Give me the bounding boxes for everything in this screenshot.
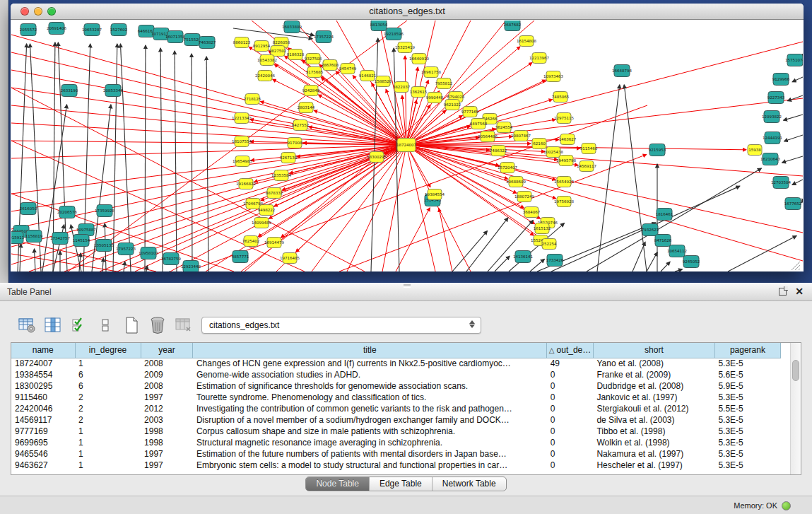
table-cell[interactable]: 1998 [141,426,193,437]
table-cell[interactable]: 5.3E-5 [714,392,780,403]
table-cell[interactable]: 1997 [141,460,193,471]
table-cell[interactable]: Hescheler et al. (1997) [593,460,714,471]
table-cell[interactable]: 2008 [141,358,193,369]
table-cell[interactable]: Tibbo et al. (1998) [593,426,714,437]
graph-edge[interactable] [675,269,682,271]
table-cell[interactable]: 5.3E-5 [714,414,780,426]
table-cell[interactable]: 1 [75,437,141,448]
graph-edge[interactable] [113,44,117,271]
table-cell[interactable]: Estimation of the future numbers of pati… [193,448,547,460]
table-cell[interactable]: 5.3E-5 [714,437,780,448]
tab-node-table[interactable]: Node Table [306,477,370,491]
table-row[interactable]: 911546021997Tourette syndrome. Phenomeno… [11,392,781,403]
column-header-pagerank[interactable]: pagerank [714,343,780,358]
table-cell[interactable]: Jankovic et al. (1997) [593,392,714,403]
table-cell[interactable]: Genome-wide association studies in ADHD. [193,369,547,380]
table-cell[interactable]: 9777169 [11,426,75,437]
table-cell[interactable]: 2009 [141,369,193,380]
select-all-icon[interactable] [69,315,89,335]
table-cell[interactable]: 1 [75,358,141,369]
column-header-year[interactable]: year [141,343,193,358]
table-cell[interactable]: Yano et al. (2008) [593,358,714,369]
table-cell[interactable]: 0 [547,414,594,426]
graph-edge[interactable] [647,252,657,271]
table-cell[interactable]: 1 [75,460,141,471]
graph-edge[interactable] [495,256,510,271]
node-table-grid[interactable]: namein_degreeyeartitle△out_de…shortpager… [11,343,781,471]
graph-edge[interactable] [175,51,177,271]
graph-edge[interactable] [801,201,803,203]
zoom-window-icon[interactable] [47,7,56,16]
column-header-title[interactable]: title [193,343,547,358]
table-cell[interactable]: Corpus callosum shape and size in male p… [193,426,547,437]
graph-edge[interactable] [406,21,506,145]
column-header-short[interactable]: short [593,343,714,358]
table-cell[interactable]: Wolkin et al. (1998) [593,437,714,448]
graph-edge[interactable] [145,45,146,271]
table-row[interactable]: 2242004622012Investigating the contribut… [11,403,781,414]
scrollbar-thumb[interactable] [792,360,799,381]
table-cell[interactable]: Nakamura et al. (1997) [593,448,714,460]
graph-edge[interactable] [406,145,435,271]
window-titlebar[interactable]: citations_edges.txt [11,4,804,20]
table-cell[interactable]: Changes of HCN gene expression and I(f) … [193,358,547,369]
tab-network-table[interactable]: Network Table [433,477,506,491]
table-cell[interactable]: Structural magnetic resonance image aver… [193,437,547,448]
table-cell[interactable]: 0 [547,448,594,460]
graph-edge[interactable] [20,244,21,271]
table-cell[interactable]: 5.3E-5 [714,358,780,369]
graph-edge[interactable] [160,48,163,271]
table-cell[interactable]: 2 [75,414,141,426]
table-cell[interactable]: Disruption of a novel member of a sodium… [193,414,547,426]
table-cell[interactable]: Stergiakouli et al. (2012) [593,403,714,414]
graph-edge[interactable] [281,145,406,238]
table-cell[interactable]: 1997 [141,392,193,403]
table-row[interactable]: 1872400712008Changes of HCN gene express… [11,358,781,369]
table-cell[interactable]: 0 [547,392,594,403]
column-header-out_de[interactable]: △out_de… [547,343,594,358]
table-cell[interactable]: 5.5E-5 [714,403,780,414]
table-cell[interactable]: Tourette syndrome. Phenomenology and cla… [193,392,547,403]
minimize-window-icon[interactable] [34,7,42,16]
table-selector-dropdown[interactable]: citations_edges.txt [201,317,481,334]
column-visibility-icon[interactable] [43,315,63,335]
graph-edge[interactable] [120,44,131,271]
table-row[interactable]: 977716911998Corpus callosum shape and si… [11,426,781,437]
table-row[interactable]: 1456911722003Disruption of a novel membe… [11,414,781,426]
graph-edge[interactable] [782,156,803,163]
table-cell[interactable]: 5.3E-5 [714,460,780,471]
table-cell[interactable]: 9699695 [11,437,75,448]
graph-edge[interactable] [382,145,406,271]
close-panel-icon[interactable]: ✕ [795,286,804,297]
float-panel-icon[interactable] [779,288,787,296]
table-cell[interactable]: 6 [75,380,141,392]
table-cell[interactable]: 22420046 [11,403,75,414]
table-cell[interactable]: 2 [75,403,141,414]
graph-edge[interactable] [632,242,645,271]
delete-table-icon[interactable] [148,315,167,335]
graph-edge[interactable] [406,145,555,180]
table-cell[interactable]: 2 [75,392,141,403]
table-cell[interactable]: Estimation of significance thresholds fo… [193,380,547,392]
table-cell[interactable]: 19384554 [11,369,75,380]
graph-edge[interactable] [11,254,117,271]
table-cell[interactable]: 0 [547,403,594,414]
table-scrollbar[interactable] [790,343,801,474]
graph-edge[interactable] [792,77,803,82]
table-cell[interactable]: 5.3E-5 [714,448,780,460]
tab-edge-table[interactable]: Edge Table [370,477,433,491]
column-header-in_degree[interactable]: in_degree [75,343,141,358]
close-window-icon[interactable] [20,7,29,16]
network-graph[interactable]: 2055572206914061065328715276026466161107… [11,21,803,271]
graph-edge[interactable] [787,95,803,101]
table-row[interactable]: 946362711997Embryonic stem cells: a mode… [11,460,781,471]
table-cell[interactable]: 5.6E-5 [714,369,780,380]
table-cell[interactable]: 5.9E-5 [714,380,780,392]
table-cell[interactable]: 0 [547,369,594,380]
table-cell[interactable]: 14569117 [11,414,75,426]
table-row[interactable]: 969969511998Structural magnetic resonanc… [11,437,781,448]
graph-edge[interactable] [406,98,803,145]
table-cell[interactable]: 18724007 [11,358,75,369]
table-row[interactable]: 946554611997Estimation of the future num… [11,448,781,460]
graph-edge[interactable] [784,135,803,141]
